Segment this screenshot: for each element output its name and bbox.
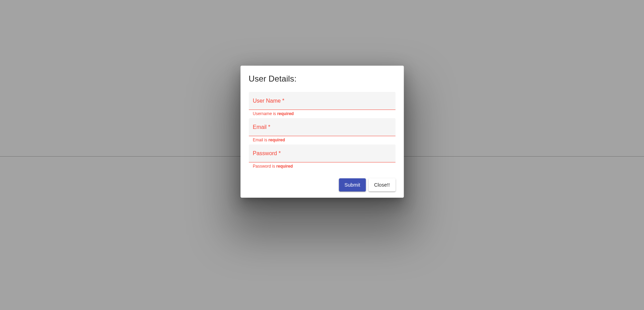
email-field: Email * Email is required [249,118,395,142]
close-button[interactable]: Close!! [368,178,395,191]
dialog-actions: Submit Close!! [249,178,395,191]
email-input-wrapper[interactable]: Email * [249,118,395,136]
username-field: User Name * Username is required [249,92,395,116]
user-details-dialog: User Details: User Name * Username is re… [240,66,404,198]
password-input-wrapper[interactable]: Password * [249,144,395,162]
dialog-title: User Details: [249,74,395,84]
password-field: Password * Password is required [249,144,395,169]
submit-button[interactable]: Submit [339,178,366,191]
username-input-wrapper[interactable]: User Name * [249,92,395,110]
